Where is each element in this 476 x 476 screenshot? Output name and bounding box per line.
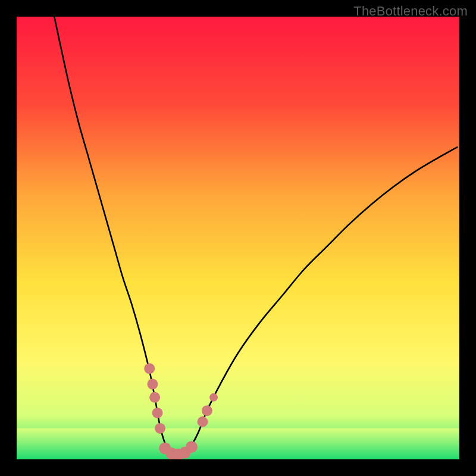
stage: TheBottleneck.com xyxy=(0,0,476,476)
marker-dot xyxy=(147,379,158,390)
marker-dot xyxy=(155,423,165,434)
chart-svg xyxy=(17,17,459,459)
watermark-text: TheBottleneck.com xyxy=(353,4,468,19)
marker-dot xyxy=(186,441,198,453)
chart-plot-area xyxy=(17,17,459,459)
marker-dot xyxy=(149,392,160,403)
marker-dot xyxy=(197,416,208,427)
marker-dot xyxy=(144,363,155,374)
marker-dot xyxy=(202,405,212,416)
marker-dot xyxy=(152,408,163,418)
marker-dot xyxy=(209,393,218,402)
green-band xyxy=(17,428,459,459)
chart-background xyxy=(17,17,459,459)
